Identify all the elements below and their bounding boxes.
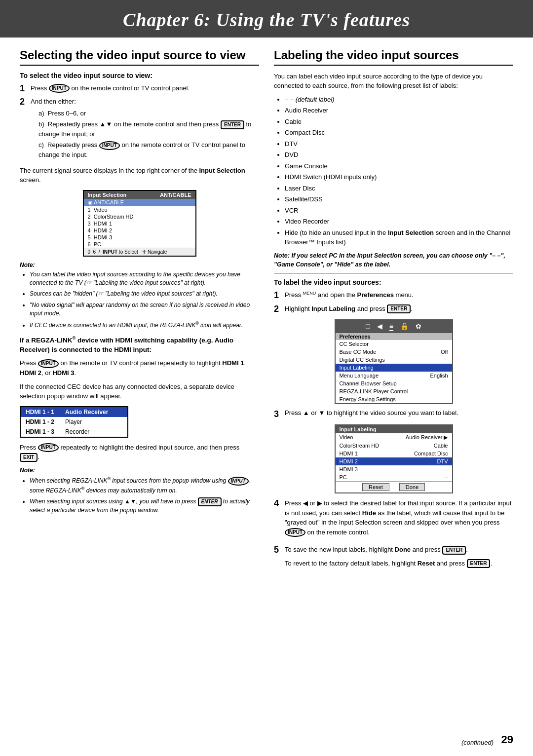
- enter-icon-step5: ENTER: [442, 546, 466, 555]
- subsection-heading: To select the video input source to view…: [20, 72, 259, 79]
- note-2-item-1: When selecting REGZA-LINK® input sources…: [30, 476, 259, 495]
- label-item-8: Laser Disc: [285, 184, 513, 193]
- right-column: Labeling the video input sources You can…: [274, 48, 513, 576]
- pref-row-regza-player: REGZA-LINK Player Control: [336, 387, 452, 395]
- hdmi-row-2: HDMI 1 - 2 Player: [21, 417, 127, 427]
- pref-icon-lock: 🔒: [400, 322, 409, 331]
- screen-row-5: 5 HDMI 3: [84, 234, 195, 241]
- pref-icon-square: □: [366, 322, 370, 331]
- screen-header: Input Selection ANT/CABLE: [84, 191, 195, 199]
- done-button[interactable]: Done: [399, 483, 425, 491]
- labeling-intro: You can label each video input source ac…: [274, 72, 513, 91]
- main-columns: Selecting the video input source to view…: [0, 48, 533, 576]
- screen-row-0: ◉ ANT/CABLE: [84, 199, 195, 206]
- label-item-3: Compact Disc: [285, 128, 513, 138]
- input-labeling-screen: Input Labeling Video Audio Receiver ▶ Co…: [335, 424, 453, 493]
- steps-list: 1 Press INPUT on the remote control or T…: [20, 83, 259, 162]
- screen-row-3: 3 HDMI 1: [84, 220, 195, 227]
- page: Chapter 6: Using the TV's features Selec…: [0, 0, 533, 756]
- left-section-title: Selecting the video input source to view: [20, 48, 259, 66]
- step-5b-text: To revert to the factory default labels,…: [285, 559, 492, 568]
- label-step-2: 2 Highlight Input Labeling and press ENT…: [274, 304, 513, 315]
- regza-heading: If a REGZA-LINK® device with HDMI switch…: [20, 335, 259, 355]
- regza-text-1: Press INPUT on the remote or TV control …: [20, 358, 259, 378]
- label-item-0: – – (default label): [285, 95, 513, 105]
- step-2: 2 And then either: a) Press 0–6, or b) R…: [20, 97, 259, 161]
- regza-text-2: If the connected CEC device has any conn…: [20, 382, 259, 401]
- note-1-item-4: If CEC device is connected to an HDMI in…: [30, 320, 259, 330]
- label-item-4: DTV: [285, 139, 513, 149]
- label-steps-list: 1 Press MENU and open the Preferences me…: [274, 290, 513, 314]
- input-label-header: Input Labeling: [336, 425, 452, 433]
- step-2c: c) Repeatedly press INPUT on the remote …: [38, 140, 259, 159]
- note-2-item-2: When selecting input sources using ▲▼, y…: [30, 497, 259, 515]
- screen-header-left: Input Selection: [88, 192, 127, 198]
- screen-row-2: 2 ColorStream HD: [84, 213, 195, 220]
- hdmi-row-1: HDMI 1 - 1 Audio Receiver: [21, 407, 127, 417]
- exit-icon: EXIT: [20, 453, 38, 462]
- pref-row-base-cc: Base CC ModeOff: [336, 348, 452, 356]
- to-label-heading: To label the video input sources:: [274, 278, 513, 286]
- label-step-4-container: 4 Press ◀ or ▶ to select the desired lab…: [274, 498, 513, 541]
- regza-text-3: Press INPUT repeatedly to highlight the …: [20, 443, 259, 462]
- note-italic-block: Note: If you select PC in the Input Sele…: [274, 251, 513, 269]
- label-item-7: HDMI Switch (HDMI inputs only): [285, 172, 513, 182]
- note-1-block: Note: You can label the video input sour…: [20, 262, 259, 330]
- left-column: Selecting the video input source to view…: [20, 48, 259, 576]
- note-2-label: Note:: [20, 467, 35, 474]
- pref-section-label: Preferences: [336, 333, 452, 340]
- input-label-row-video: Video Audio Receiver ▶: [336, 433, 452, 442]
- screen-row-4: 4 HDMI 2: [84, 227, 195, 234]
- note-1-list: You can label the video input sources ac…: [20, 270, 259, 330]
- label-item-2: Cable: [285, 117, 513, 127]
- screen-row-6: 6 PC: [84, 241, 195, 248]
- hdmi-row-3: HDMI 1 - 3 Recorder: [21, 427, 127, 437]
- input-icon-3: INPUT: [38, 443, 59, 452]
- note-1-item-2: Sources can be "hidden" (☞ "Labeling the…: [30, 290, 259, 298]
- input-label-row-hdmi3: HDMI 3 --: [336, 465, 452, 473]
- label-item-10: VCR: [285, 206, 513, 216]
- label-step-5-container: 5 To save the new input labels, highligh…: [274, 545, 513, 572]
- label-item-1: Audio Receiver: [285, 106, 513, 115]
- note-2-list: When selecting REGZA-LINK® input sources…: [20, 476, 259, 515]
- screen-row-1: 1 Video: [84, 206, 195, 213]
- step-2b: b) Repeatedly press ▲▼ on the remote con…: [38, 119, 259, 139]
- step-2a: a) Press 0–6, or: [38, 109, 259, 118]
- input-icon-note: INPUT: [228, 477, 249, 486]
- step-3-text: Press ▲ or ▼ to highlight the video sour…: [285, 409, 458, 419]
- step-4-text: Press ◀ or ▶ to select the desired label…: [285, 498, 513, 537]
- pref-row-menu-lang: Menu LanguageEnglish: [336, 372, 452, 379]
- note-2-block: Note: When selecting REGZA-LINK® input s…: [20, 467, 259, 515]
- label-item-9: Satellite/DSS: [285, 194, 513, 204]
- divider: [274, 273, 513, 273]
- note-1-item-1: You can label the video input sources ac…: [30, 270, 259, 288]
- hdmi-popup-table: HDMI 1 - 1 Audio Receiver HDMI 1 - 2 Pla…: [20, 406, 128, 438]
- preferences-screen: □ ◀ ≡ 🔒 ✿ Preferences CC Selector Base C…: [335, 319, 453, 404]
- input-label-row-pc: PC --: [336, 473, 452, 481]
- label-item-5: DVD: [285, 150, 513, 160]
- after-steps-text: The current signal source displays in th…: [20, 166, 259, 185]
- enter-icon-label: ENTER: [387, 304, 411, 313]
- input-label-footer: Reset Done: [336, 481, 452, 492]
- continued-label: (continued): [461, 739, 494, 746]
- input-icon-step4: INPUT: [285, 528, 305, 537]
- screen-header-right: ANT/CABLE: [160, 192, 191, 198]
- input-label-row-hdmi1: HDMI 1 Compact Disc: [336, 450, 452, 457]
- input-label-row-hdmi2: HDMI 2 DTV: [336, 457, 452, 465]
- label-step-3-container: 3 Press ▲ or ▼ to highlight the video so…: [274, 409, 513, 419]
- enter-icon-reset: ENTER: [467, 559, 491, 568]
- input-button-icon-2: INPUT: [99, 141, 120, 150]
- step-5-num: 5: [274, 545, 282, 572]
- step-3-num: 3: [274, 409, 282, 419]
- reset-button[interactable]: Reset: [362, 483, 389, 491]
- label-item-6: Game Console: [285, 161, 513, 171]
- enter-button-icon: ENTER: [221, 120, 244, 129]
- right-section-title: Labeling the video input sources: [274, 48, 513, 66]
- page-number: 29: [501, 733, 513, 746]
- screen-footer: 0 6 / INPUT to Select ✛ Navigate: [84, 248, 195, 256]
- input-icon-regza: INPUT: [38, 359, 59, 368]
- note-1-item-3: "No video signal" will appear randomly o…: [30, 301, 259, 318]
- label-step-1: 1 Press MENU and open the Preferences me…: [274, 290, 513, 301]
- chapter-title: Chapter 6: Using the TV's features: [0, 9, 533, 31]
- pref-icons-row: □ ◀ ≡ 🔒 ✿: [336, 320, 452, 333]
